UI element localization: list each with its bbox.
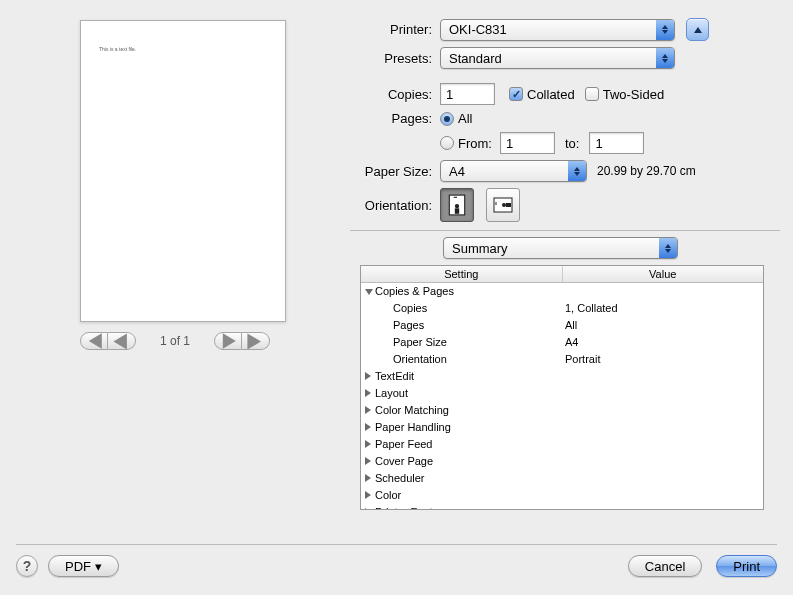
orientation-portrait-button[interactable] [440,188,474,222]
printer-select[interactable]: OKI-C831 [440,19,675,41]
disclosure-triangle-icon[interactable] [365,471,373,486]
preview-content: This is a text file. [99,46,136,52]
preview-nav-forward[interactable] [214,332,270,350]
orientation-landscape-button[interactable] [486,188,520,222]
section-select[interactable]: Summary [443,237,678,259]
prev-page-button[interactable] [108,332,136,350]
collated-checkbox[interactable] [509,87,523,101]
pages-range-radio[interactable] [440,136,454,150]
preview-nav-back[interactable] [80,332,136,350]
svg-rect-2 [455,208,459,214]
orientation-label: Orientation: [350,198,440,213]
pdf-menu-button[interactable]: PDF ▾ [48,555,119,577]
collated-label: Collated [527,87,575,102]
svg-rect-5 [506,203,511,207]
presets-select[interactable]: Standard [440,47,675,69]
cancel-button[interactable]: Cancel [628,555,702,577]
two-sided-label: Two-Sided [603,87,664,102]
collapse-dialog-button[interactable] [686,18,709,41]
printer-label: Printer: [350,22,440,37]
print-preview: This is a text file. [80,20,286,322]
print-button[interactable]: Print [716,555,777,577]
disclosure-triangle-icon[interactable] [365,369,373,384]
header-value: Value [563,266,764,282]
disclosure-triangle-icon[interactable] [365,420,373,435]
page-indicator: 1 of 1 [160,334,190,348]
pages-all-label: All [458,111,472,126]
pages-to-input[interactable] [589,132,644,154]
copies-label: Copies: [350,87,440,102]
help-button[interactable]: ? [16,555,38,577]
next-page-button[interactable] [214,332,242,350]
pages-from-input[interactable] [500,132,555,154]
disclosure-triangle-icon[interactable] [365,505,373,509]
summary-table: Setting Value Copies & PagesCopies1, Col… [360,265,764,510]
disclosure-triangle-icon[interactable] [365,488,373,503]
paper-dimensions: 20.99 by 29.70 cm [597,164,696,178]
to-label: to: [565,136,579,151]
disclosure-triangle-icon[interactable] [365,386,373,401]
disclosure-triangle-icon[interactable] [365,403,373,418]
disclosure-triangle-icon[interactable] [365,284,373,299]
two-sided-checkbox[interactable] [585,87,599,101]
paper-size-label: Paper Size: [350,164,440,179]
first-page-button[interactable] [80,332,108,350]
svg-point-4 [502,203,506,207]
svg-point-1 [455,204,459,208]
pages-label: Pages: [350,111,440,126]
disclosure-triangle-icon[interactable] [365,454,373,469]
presets-label: Presets: [350,51,440,66]
header-setting: Setting [361,266,563,282]
disclosure-triangle-icon[interactable] [365,437,373,452]
copies-input[interactable] [440,83,495,105]
last-page-button[interactable] [242,332,270,350]
paper-size-select[interactable]: A4 [440,160,587,182]
from-label: From: [458,136,500,151]
pages-all-radio[interactable] [440,112,454,126]
